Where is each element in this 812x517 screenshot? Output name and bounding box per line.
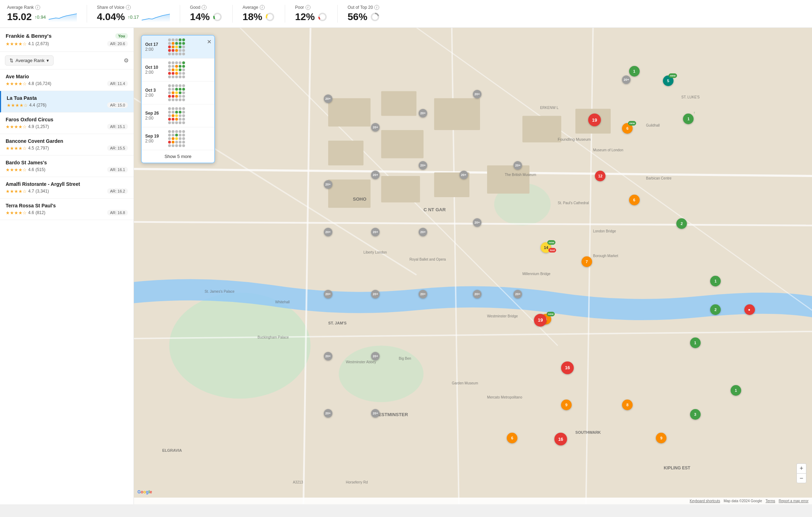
poor-info-icon[interactable]: i bbox=[306, 5, 310, 10]
show-more-button[interactable]: Show 5 more bbox=[142, 150, 214, 163]
marker-20plus[interactable]: 20+ bbox=[324, 95, 332, 103]
marker-rank-9[interactable]: 9 bbox=[561, 400, 572, 410]
marker-20plus[interactable]: 20+ bbox=[324, 290, 332, 298]
filter-icon: ⇅ bbox=[10, 58, 13, 63]
popup-grid bbox=[168, 38, 185, 55]
marker-rank-3[interactable]: 3 bbox=[690, 409, 701, 420]
poor-donut-icon bbox=[318, 12, 327, 22]
average-rank-metric: Average Rank i 15.02 ↑0.94 bbox=[7, 5, 87, 23]
keyboard-shortcuts-link[interactable]: Keyboard shortcuts bbox=[690, 499, 720, 503]
svg-point-10 bbox=[339, 346, 423, 402]
svg-rect-28 bbox=[328, 180, 370, 208]
marker-rank-red-pin[interactable]: ● bbox=[744, 304, 755, 315]
svg-text:Liberty London: Liberty London bbox=[363, 250, 387, 254]
filter-label: Average Rank bbox=[16, 58, 44, 63]
marker-20plus[interactable]: 20+ bbox=[419, 109, 427, 117]
restaurant-item-faros[interactable]: Faros Oxford Circus ★★★★☆ 4.9 (1,257) AR… bbox=[0, 112, 134, 134]
svg-text:Horseferry Rd: Horseferry Rd bbox=[346, 480, 368, 484]
out-of-top20-info-icon[interactable]: i bbox=[374, 5, 379, 10]
average-rank-change: ↑0.94 bbox=[35, 14, 46, 20]
marker-20plus[interactable]: 20+ bbox=[324, 180, 332, 189]
restaurant-item-amalfi[interactable]: Amalfi Ristorante - Argyll Street ★★★★☆ … bbox=[0, 177, 134, 199]
main-container: Frankie & Benny's You ★★★★☆ 4.1 (2,673) … bbox=[0, 28, 812, 504]
you-restaurant-name: Frankie & Benny's bbox=[6, 33, 51, 39]
svg-text:Millennium Bridge: Millennium Bridge bbox=[522, 272, 550, 276]
marker-rank-16[interactable]: 16 bbox=[561, 361, 574, 374]
svg-text:St. James's Palace: St. James's Palace bbox=[204, 290, 234, 293]
marker-20plus[interactable]: 20+ bbox=[473, 290, 481, 298]
average-rank-filter-button[interactable]: ⇅ Average Rank ▾ bbox=[5, 55, 54, 66]
marker-20plus[interactable]: 20+ bbox=[460, 171, 468, 179]
average-rank-info-icon[interactable]: i bbox=[35, 5, 40, 10]
average-rank-sparkline bbox=[49, 12, 77, 22]
restaurant-name: Terra Rossa St Paul's bbox=[6, 203, 56, 208]
marker-rank-14[interactable]: 14 new lost bbox=[541, 242, 551, 253]
popup-entry-sep19[interactable]: Sep 192:00 bbox=[142, 127, 214, 150]
out-of-top20-value: 56% bbox=[347, 11, 380, 23]
marker-rank-6[interactable]: 6 bbox=[629, 195, 640, 205]
zoom-in-button[interactable]: + bbox=[796, 463, 806, 473]
popup-close-button[interactable]: ✕ bbox=[207, 38, 211, 45]
marker-rank-1[interactable]: 1 bbox=[690, 337, 701, 348]
report-error-link[interactable]: Report a map error bbox=[779, 499, 808, 503]
you-badge: You bbox=[115, 33, 128, 39]
popup-entry-oct10[interactable]: Oct 102:00 bbox=[142, 59, 214, 81]
marker-20plus[interactable]: 20+ bbox=[419, 290, 427, 298]
map-zoom-controls: + − bbox=[796, 463, 806, 483]
svg-text:ERKENW L: ERKENW L bbox=[540, 106, 559, 110]
svg-text:A3213: A3213 bbox=[293, 480, 303, 484]
settings-button[interactable]: ⚙ bbox=[124, 57, 129, 64]
share-of-voice-info-icon[interactable]: i bbox=[126, 5, 131, 10]
svg-text:Borough Market: Borough Market bbox=[593, 254, 618, 258]
marker-20plus[interactable]: 20+ bbox=[324, 228, 332, 236]
share-of-voice-change: ↑0.17 bbox=[128, 14, 139, 20]
svg-point-4 bbox=[319, 13, 326, 20]
svg-text:Museum of London: Museum of London bbox=[593, 148, 623, 152]
popup-entry-oct17[interactable]: Oct 172:00 bbox=[142, 36, 214, 59]
popup-date: Oct 32:00 bbox=[145, 88, 165, 98]
good-donut-icon bbox=[213, 12, 222, 22]
svg-text:Westminster Abbey: Westminster Abbey bbox=[346, 360, 376, 364]
restaurant-item-bancone[interactable]: Bancone Covent Garden ★★★★☆ 4.5 (2,797) … bbox=[0, 134, 134, 156]
svg-text:Mercato Metropolitano: Mercato Metropolitano bbox=[487, 395, 522, 399]
restaurant-item-ave-mario[interactable]: Ave Mario ★★★★☆ 4.8 (16,724) AR: 11.4 bbox=[0, 69, 134, 91]
marker-rank-19[interactable]: 19 bbox=[588, 114, 601, 126]
svg-rect-29 bbox=[381, 176, 420, 202]
svg-text:ELGRAVIA: ELGRAVIA bbox=[162, 448, 182, 452]
restaurant-item-la-tua-pasta[interactable]: La Tua Pasta ★★★★☆ 4.4 (276) AR: 15.0 bbox=[0, 91, 134, 112]
svg-text:The British Museum: The British Museum bbox=[505, 173, 536, 177]
good-info-icon[interactable]: i bbox=[202, 5, 207, 10]
svg-text:Buckingham Palace: Buckingham Palace bbox=[258, 335, 289, 339]
popup-entry-oct3[interactable]: Oct 32:00 bbox=[142, 81, 214, 104]
out-of-top20-metric: Out of Top 20 i 56% bbox=[347, 5, 390, 23]
marker-rank-8[interactable]: 8 bbox=[622, 400, 633, 410]
average-rank-label: Average Rank i bbox=[7, 5, 77, 10]
marker-20plus[interactable]: 20+ bbox=[324, 409, 332, 418]
marker-rank-19[interactable]: 19 ↓ bbox=[534, 314, 547, 327]
marker-20plus[interactable]: 20+ bbox=[371, 352, 380, 360]
marker-rank-16[interactable]: 16 bbox=[554, 433, 567, 445]
map-area[interactable]: SOHO C NT GAR ST. JAM'S WESTMINSTER SOUT… bbox=[134, 28, 812, 504]
good-metric: Good i 14% bbox=[190, 5, 233, 23]
terms-link[interactable]: Terms bbox=[765, 499, 775, 503]
zoom-out-button[interactable]: − bbox=[796, 473, 806, 483]
restaurant-name: Faros Oxford Circus bbox=[6, 117, 53, 122]
average-value: 18% bbox=[242, 11, 275, 23]
you-restaurant-ar: AR: 20.6 bbox=[107, 41, 128, 47]
share-of-voice-metric: Share of Voice i 4.04% ↑0.17 bbox=[97, 5, 180, 23]
popup-entry-sep26[interactable]: Sep 262:00 bbox=[142, 104, 214, 127]
svg-text:St. Paul's Cathedral: St. Paul's Cathedral bbox=[558, 201, 589, 205]
restaurant-item-bardo[interactable]: Bardo St James's ★★★★☆ 4.6 (515) AR: 16.… bbox=[0, 156, 134, 177]
marker-rank-5-new[interactable]: 5 new bbox=[663, 75, 673, 86]
marker-rank-2[interactable]: 2 bbox=[710, 304, 721, 315]
svg-point-0 bbox=[214, 13, 221, 20]
poor-metric: Poor i 12% bbox=[295, 5, 338, 23]
marker-20plus[interactable]: 20+ bbox=[324, 352, 332, 360]
marker-rank-1[interactable]: 1 bbox=[629, 66, 640, 77]
restaurant-item-terra-rossa[interactable]: Terra Rossa St Paul's ★★★★☆ 4.6 (812) AR… bbox=[0, 199, 134, 220]
share-of-voice-value: 4.04% ↑0.17 bbox=[97, 11, 170, 23]
marker-rank-1[interactable]: 1 bbox=[710, 276, 721, 286]
average-info-icon[interactable]: i bbox=[260, 5, 265, 10]
marker-20plus[interactable]: 20+ bbox=[473, 90, 481, 98]
you-restaurant-reviews: (2,673) bbox=[36, 41, 49, 46]
